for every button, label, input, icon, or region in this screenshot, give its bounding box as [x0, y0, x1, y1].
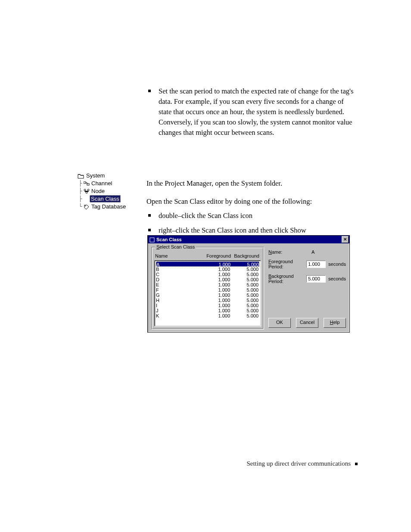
- footer-square-icon: [355, 463, 358, 465]
- tree-item-label: Tag Database: [91, 203, 126, 210]
- tree-item-node[interactable]: ├ Node: [78, 187, 138, 195]
- list-item-name: D: [156, 277, 202, 282]
- list-item-name: B: [156, 267, 202, 272]
- select-scan-class-group: Select Scan Class Name Foreground Backgr…: [151, 247, 264, 330]
- tree-item-channel[interactable]: ├ Channel: [78, 179, 138, 187]
- list-item-name: F: [156, 287, 202, 292]
- scan-class-listbox[interactable]: A1.0005.000B1.0005.000C1.0005.000D1.0005…: [154, 260, 261, 327]
- list-item-name: A: [156, 262, 202, 266]
- sub-bullet-2-text: right–click the Scan Class icon and then…: [159, 225, 358, 236]
- ok-button[interactable]: OK: [268, 318, 291, 328]
- sub-bullet-2: right–click the Scan Class icon and then…: [146, 225, 358, 236]
- list-item-background: 5.000: [230, 267, 258, 272]
- list-item-name: I: [156, 303, 202, 308]
- app-icon: [149, 236, 155, 242]
- list-header: Name Foreground Background: [155, 253, 260, 258]
- list-item-background: 5.000: [230, 262, 259, 266]
- group-legend: Select Scan Class: [155, 244, 196, 249]
- bullet-square-icon: [148, 214, 151, 217]
- list-item-foreground: 1.000: [202, 262, 230, 266]
- list-item[interactable]: A1.0005.000: [156, 261, 259, 267]
- list-item[interactable]: B1.0005.000: [156, 267, 259, 272]
- foreground-period-label: Foreground Period:: [268, 259, 306, 269]
- background-period-input[interactable]: 5.000: [306, 275, 326, 283]
- list-item-foreground: 1.000: [202, 313, 230, 318]
- list-item-name: G: [156, 292, 202, 298]
- list-item-name: H: [156, 298, 202, 303]
- list-item-background: 5.000: [230, 303, 258, 308]
- list-item-foreground: 1.000: [202, 267, 230, 272]
- list-item-background: 5.000: [230, 272, 258, 277]
- name-value: A: [311, 249, 314, 255]
- sub-bullet-1-text: double–click the Scan Class icon: [159, 211, 358, 221]
- col-background-header: Background: [231, 253, 259, 258]
- background-period-label: Background Period:: [268, 274, 306, 284]
- paragraph-open-editor: Open the Scan Class editor by doing one …: [146, 196, 358, 207]
- tree-item-label: Scan Class: [90, 195, 121, 202]
- tree-root[interactable]: System: [78, 171, 138, 179]
- list-item[interactable]: K1.0005.000: [156, 313, 259, 318]
- list-item[interactable]: H1.0005.000: [156, 298, 259, 303]
- list-item-background: 5.000: [230, 282, 258, 287]
- list-item[interactable]: C1.0005.000: [156, 272, 259, 277]
- unit-label: seconds: [328, 276, 346, 281]
- list-item[interactable]: F1.0005.000: [156, 287, 259, 292]
- list-item-foreground: 1.000: [202, 282, 230, 287]
- tree-item-label: Node: [91, 188, 105, 194]
- bullet-square-icon: [148, 90, 151, 92]
- sub-bullet-1: double–click the Scan Class icon: [146, 211, 358, 221]
- list-item-background: 5.000: [230, 308, 258, 313]
- background-period-row: Background Period: 5.000 seconds: [268, 274, 346, 284]
- cancel-button[interactable]: Cancel: [296, 318, 318, 328]
- list-item[interactable]: G1.0005.000: [156, 292, 259, 298]
- list-item[interactable]: E1.0005.000: [156, 282, 259, 287]
- tree-item-tag-database[interactable]: └ Tag Database: [78, 202, 138, 210]
- list-item-background: 5.000: [230, 313, 258, 318]
- tag-database-icon: [84, 203, 90, 210]
- col-foreground-header: Foreground: [202, 253, 231, 258]
- tree-item-scan-class[interactable]: ├ Scan Class: [78, 195, 138, 202]
- svg-point-4: [86, 192, 87, 193]
- list-item-background: 5.000: [230, 292, 258, 298]
- svg-point-3: [87, 189, 89, 191]
- close-button[interactable]: ✕: [342, 236, 349, 243]
- dialog-title: Scan Class: [156, 237, 342, 242]
- list-item-foreground: 1.000: [202, 292, 230, 298]
- list-item-foreground: 1.000: [202, 277, 230, 282]
- list-item-background: 5.000: [230, 287, 258, 292]
- list-item-foreground: 1.000: [202, 287, 230, 292]
- list-item-foreground: 1.000: [202, 303, 230, 308]
- list-item-foreground: 1.000: [202, 272, 230, 277]
- list-item[interactable]: J1.0005.000: [156, 308, 259, 313]
- folder-open-icon: [78, 172, 84, 178]
- list-item-name: K: [156, 313, 202, 318]
- tree-root-label: System: [86, 172, 105, 179]
- unit-label: seconds: [328, 261, 346, 267]
- list-item-name: J: [156, 308, 202, 313]
- list-item[interactable]: I1.0005.000: [156, 303, 259, 308]
- svg-rect-1: [87, 184, 89, 185]
- close-icon: ✕: [343, 237, 347, 242]
- name-label: Name:: [268, 249, 310, 255]
- dialog-titlebar[interactable]: Scan Class ✕: [148, 236, 349, 243]
- channel-icon: [84, 180, 90, 187]
- foreground-period-row: Foreground Period: 1.000 seconds: [268, 259, 346, 269]
- svg-rect-6: [150, 238, 154, 242]
- list-item-name: E: [156, 282, 202, 287]
- list-item-name: C: [156, 272, 202, 277]
- bullet-square-icon: [148, 229, 151, 231]
- name-field-row: Name: A: [268, 249, 346, 255]
- list-item[interactable]: D1.0005.000: [156, 277, 259, 282]
- scan-class-dialog: Scan Class ✕ Select Scan Class Name Fore…: [147, 235, 350, 333]
- tree-item-label: Channel: [91, 180, 112, 187]
- svg-point-5: [85, 205, 86, 206]
- list-item-background: 5.000: [230, 298, 258, 303]
- list-item-foreground: 1.000: [202, 308, 230, 313]
- col-name-header: Name: [155, 253, 202, 258]
- footer-text: Setting up direct driver communications: [246, 460, 351, 467]
- help-button[interactable]: Help: [324, 318, 346, 328]
- top-bullet: Set the scan period to match the expecte…: [146, 86, 358, 138]
- top-bullet-text: Set the scan period to match the expecte…: [159, 86, 358, 138]
- svg-point-2: [84, 189, 86, 191]
- foreground-period-input[interactable]: 1.000: [306, 261, 326, 268]
